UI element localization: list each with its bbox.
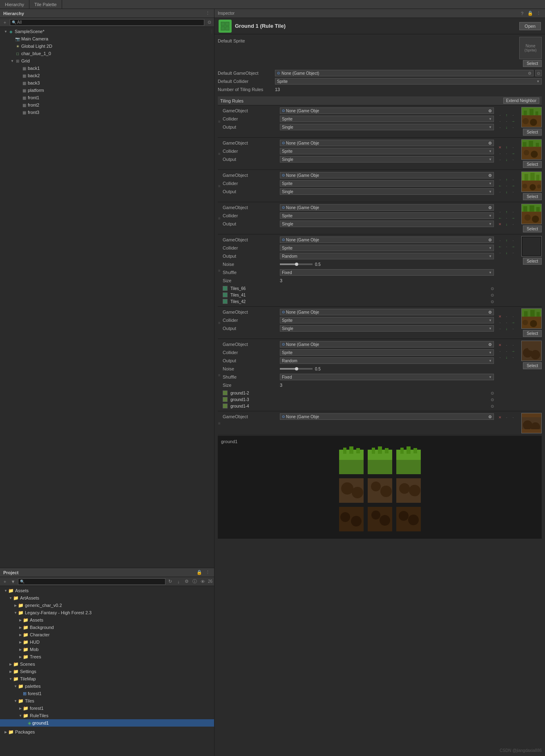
- rule-4-go-value[interactable]: ⊙ None (Game Obje ⚙: [280, 204, 494, 211]
- project-ruletiles[interactable]: ▼ 📁 RuleTiles: [0, 712, 214, 719]
- project-search[interactable]: 🔍: [18, 578, 165, 585]
- r5-nav-tr[interactable]: ·: [510, 238, 516, 243]
- r2-nav-br[interactable]: ·: [510, 157, 516, 163]
- project-mob[interactable]: ▶ 📁 Mob: [0, 646, 214, 653]
- hierarchy-back2[interactable]: ▶ ▦ back2: [0, 72, 214, 79]
- r4-output-dropdown[interactable]: Single ▼: [280, 221, 494, 227]
- r3-nav-mr[interactable]: →: [510, 183, 516, 189]
- r5-nav-ml[interactable]: ←: [497, 244, 503, 250]
- r7-nav-mr[interactable]: →: [510, 348, 516, 354]
- hierarchy-front3[interactable]: ▶ ▦ front3: [0, 109, 214, 116]
- r3-nav-bl[interactable]: ·: [497, 189, 503, 195]
- r8-nav-tr[interactable]: ·: [510, 415, 516, 420]
- rule-3-drag[interactable]: ≡: [218, 172, 221, 200]
- r5-tile-0-clear[interactable]: ⊙: [491, 286, 494, 291]
- r2-nav-bc[interactable]: ↓: [504, 157, 509, 163]
- hierarchy-main-camera[interactable]: ▶ 📷 Main Camera: [0, 35, 214, 42]
- r7-nav-ml[interactable]: ·: [497, 348, 503, 354]
- r5-collider-dropdown[interactable]: Sprite ▼: [280, 245, 494, 251]
- project-settings[interactable]: ▶ 📁 Settings: [0, 668, 214, 675]
- r7-noise-slider[interactable]: [280, 368, 313, 370]
- project-forest1-tiles[interactable]: ▶ 📁 forest1: [0, 705, 214, 712]
- r3-nav-tl[interactable]: ·: [497, 177, 503, 183]
- rule-5-select-btn[interactable]: Select: [523, 258, 542, 265]
- ruletiles-arrow[interactable]: ▼: [18, 713, 23, 718]
- r1-nav-bc[interactable]: ↓: [504, 125, 509, 130]
- r4-nav-tr[interactable]: ·: [510, 209, 516, 215]
- background-arrow[interactable]: ▶: [18, 625, 23, 630]
- r7-tile-1-clear[interactable]: ⊙: [491, 397, 494, 402]
- r6-nav-bc[interactable]: ↓: [504, 326, 509, 332]
- rule-6-drag[interactable]: ≡: [218, 308, 221, 337]
- rule-2-go-value[interactable]: ⊙ None (Game Obje ⚙: [280, 140, 494, 146]
- rule-1-drag[interactable]: ≡: [218, 107, 221, 136]
- artassets-arrow[interactable]: ▼: [8, 595, 13, 600]
- r3-collider-dropdown[interactable]: Sprite ▼: [280, 180, 494, 187]
- rule-3-go-value[interactable]: ⊙ None (Game Obje ⚙: [280, 172, 494, 178]
- rule-1-go-value[interactable]: ⊙ None (Game Obje ⚙: [280, 107, 494, 114]
- tilemap-arrow[interactable]: ▼: [8, 676, 13, 681]
- inspector-open-btn[interactable]: Open: [519, 22, 541, 30]
- project-ground1[interactable]: ▶ ◈ ground1: [0, 719, 214, 727]
- r2-nav-tc[interactable]: ↑: [504, 145, 509, 150]
- r7-nav-br[interactable]: ·: [510, 355, 516, 360]
- r6-nav-bl[interactable]: ·: [497, 326, 503, 332]
- r6-nav-br[interactable]: ·: [510, 326, 516, 332]
- r7-output-dropdown[interactable]: Random ▼: [280, 357, 494, 364]
- project-background[interactable]: ▶ 📁 Background: [0, 624, 214, 631]
- settings-arrow[interactable]: ▶: [8, 669, 13, 674]
- r6-output-dropdown[interactable]: Single ▼: [280, 325, 494, 332]
- r7-tile-2-clear[interactable]: ⊙: [491, 404, 494, 408]
- r5-tile-2-clear[interactable]: ⊙: [491, 299, 494, 304]
- rule-5-drag[interactable]: ≡: [218, 236, 221, 305]
- r3-nav-bc[interactable]: ↓: [504, 189, 509, 195]
- lf-assets-arrow[interactable]: ▶: [18, 618, 23, 622]
- r2-nav-bl[interactable]: ·: [497, 157, 503, 163]
- project-hud[interactable]: ▶ 📁 HUD: [0, 638, 214, 646]
- tiles-folder-arrow[interactable]: ▼: [13, 698, 18, 703]
- project-trees[interactable]: ▶ 📁 Trees: [0, 653, 214, 660]
- r2-nav-mr[interactable]: →: [510, 151, 516, 156]
- collider-dropdown[interactable]: Sprite ▼: [275, 78, 542, 85]
- r5-nav-tl[interactable]: ·: [497, 238, 503, 243]
- generic-char-arrow[interactable]: ▶: [13, 603, 18, 608]
- r7-nav-tl[interactable]: ✕: [497, 342, 503, 348]
- hierarchy-platform[interactable]: ▶ ▦ platform: [0, 87, 214, 94]
- r3-output-dropdown[interactable]: Single ▼: [280, 188, 494, 195]
- rule-7-select-btn[interactable]: Select: [523, 362, 542, 369]
- r6-nav-tc[interactable]: ·: [504, 314, 509, 319]
- r5-nav-br[interactable]: ·: [510, 250, 516, 256]
- hierarchy-grid[interactable]: ▼ ⊞ Grid: [0, 57, 214, 65]
- r7-nav-bc[interactable]: ↓: [504, 355, 509, 360]
- r2-nav-ml[interactable]: ·: [497, 151, 503, 156]
- project-character[interactable]: ▶ 📁 Character: [0, 631, 214, 638]
- r5-noise-slider[interactable]: [280, 263, 313, 265]
- hud-arrow[interactable]: ▶: [18, 640, 23, 644]
- hierarchy-char[interactable]: ▶ □ char_blue_1_0: [0, 50, 214, 57]
- r3-nav-ml[interactable]: ←: [497, 183, 503, 189]
- r4-nav-tc[interactable]: ↑: [504, 209, 509, 215]
- project-generic-char[interactable]: ▶ 📁 generic_char_v0.2: [0, 602, 214, 609]
- r4-nav-tl[interactable]: ·: [497, 209, 503, 215]
- inspector-help-btn[interactable]: ?: [519, 10, 525, 17]
- r7-nav-tc[interactable]: ·: [504, 342, 509, 348]
- r7-nav-tr[interactable]: ·: [510, 342, 516, 348]
- project-forest1-palette[interactable]: ▶ ⊞ forest1: [0, 690, 214, 697]
- hierarchy-front2[interactable]: ▶ ▦ front2: [0, 101, 214, 109]
- r5-shuffle-dropdown[interactable]: Fixed ▼: [280, 269, 494, 276]
- tab-hierarchy[interactable]: Hierarchy: [0, 0, 29, 9]
- trees-arrow[interactable]: ▶: [18, 654, 23, 659]
- r1-nav-mr[interactable]: →: [510, 118, 516, 124]
- r2-nav-tr[interactable]: ·: [510, 145, 516, 150]
- r1-nav-br[interactable]: ·: [510, 125, 516, 130]
- r8-nav-tc[interactable]: ·: [504, 415, 509, 420]
- hierarchy-back3[interactable]: ▶ ▦ back3: [0, 79, 214, 87]
- r6-nav-tl[interactable]: ✕: [497, 314, 503, 319]
- rule-2-drag[interactable]: ≡: [218, 139, 221, 168]
- r4-collider-dropdown[interactable]: Sprite ▼: [280, 212, 494, 219]
- r2-collider-dropdown[interactable]: Sprite ▼: [280, 148, 494, 154]
- r2-nav-tl[interactable]: ✕: [497, 145, 503, 150]
- r3-nav-tc[interactable]: ↑: [504, 177, 509, 183]
- project-lock-btn[interactable]: 🔒: [196, 569, 203, 576]
- default-sprite-select-btn[interactable]: Select: [523, 60, 542, 67]
